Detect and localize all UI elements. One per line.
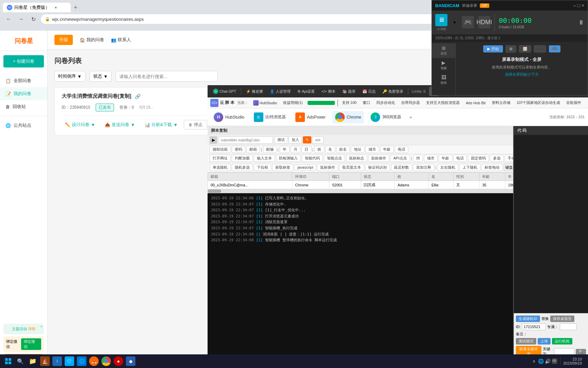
bandicam-arrow[interactable]: ▼ — [452, 20, 458, 25]
single-random-btn[interactable]: 单选随机 — [210, 164, 231, 171]
open-website-btn[interactable]: 打开网址 — [210, 155, 231, 162]
time-filter-select[interactable]: 时间倒序 ▼ — [54, 71, 85, 82]
get-marks-btn[interactable]: 获取标签 — [272, 164, 293, 171]
up-down-btn[interactable]: 上下随机 — [459, 164, 480, 171]
forward-button[interactable]: → — [16, 14, 26, 24]
cursor-op-btn[interactable]: 鼠标操作 — [368, 155, 389, 162]
free-login-btn[interactable]: 🔑 免密登录 — [380, 88, 406, 95]
edit-btn[interactable]: ✎ — [303, 136, 311, 143]
new-tab-button[interactable]: + — [71, 3, 80, 12]
bandicam-maximize-btn[interactable]: □ — [577, 3, 580, 8]
assistant-mail-btn[interactable]: 辅助信箱 — [210, 146, 231, 153]
password-btn[interactable]: 密码 — [232, 146, 245, 153]
refresh-button[interactable]: ↻ — [29, 14, 38, 24]
taskbar-unknown1[interactable]: i — [52, 356, 63, 367]
taskbar-globe-app[interactable]: 🌐 — [76, 356, 87, 367]
taskbar-chrome-app[interactable] — [101, 356, 112, 367]
hub-earnings-btn[interactable]: HubStudio — [250, 99, 280, 106]
smart-code-btn[interactable]: 智能代码 — [302, 155, 323, 162]
phone2-btn[interactable]: 电话 — [453, 155, 467, 162]
promo-close-icon[interactable]: × — [40, 324, 43, 328]
sidebar-item-my-surveys[interactable]: 📝 我的问卷 — [0, 87, 47, 100]
id-input[interactable] — [522, 323, 546, 330]
status-filter-select[interactable]: 状态 ▼ — [89, 71, 112, 82]
chatgpt-btn[interactable]: G Chat GPT — [210, 88, 239, 95]
more-browsers-btn[interactable]: » — [409, 114, 412, 120]
close-key-input[interactable] — [554, 348, 574, 355]
create-survey-button[interactable]: + 创建问卷 — [3, 55, 44, 67]
bandicam-game-mode-btn[interactable]: 🎮 — [549, 45, 560, 52]
bandicam-minimize-btn[interactable]: – — [573, 3, 576, 8]
promo-banner-wechat[interactable]: 绑定微信 绑定微信 — [3, 336, 44, 352]
window-close-btn[interactable]: 窗口 — [360, 99, 373, 106]
promo-detail-link[interactable]: 详情 — [28, 327, 35, 331]
age2-btn[interactable]: 年龄 — [439, 155, 452, 162]
code-snippet-input[interactable] — [218, 136, 273, 144]
google-plugin-btn[interactable]: 谷歌插件 — [564, 99, 584, 106]
support5-btn[interactable]: 支持五大指纹浏览器 — [423, 99, 462, 106]
taskbar-file-explorer-btn[interactable]: 📁 — [27, 356, 38, 367]
analyze-survey-btn[interactable]: 📊 分析&下载 ▼ — [141, 120, 181, 129]
back-button[interactable]: ← — [4, 14, 14, 24]
taskbar-clock[interactable]: 23:10 2023/09/19 — [563, 357, 582, 365]
sync-auto-btn[interactable]: 同步自动化 — [374, 99, 398, 106]
province-btn[interactable]: 州 — [413, 155, 423, 162]
bandicam-screen-btn[interactable]: 🖥 스크린 — [435, 14, 447, 31]
taskbar-firefox-app[interactable]: 🦊 — [88, 356, 99, 367]
adspow-logo-item[interactable]: A AdsPower — [293, 111, 328, 123]
bandicam-close-btn[interactable]: × — [582, 3, 584, 8]
javascript-btn[interactable]: javascript — [294, 164, 316, 170]
nav-my-surveys[interactable]: 🏠 我的问卷 — [80, 37, 104, 43]
promo-banner-activity[interactable]: × 主题活动 详情 — [3, 324, 44, 334]
sidebar-item-public[interactable]: 🌐 公共站点 — [0, 119, 47, 132]
bandicam-start-btn[interactable]: ▶ 开始 — [483, 45, 503, 52]
taskbar-unknown2[interactable]: ◆ — [125, 356, 136, 367]
scripts-btn[interactable]: </> 脚本 — [319, 88, 338, 95]
ads-hub-btn[interactable]: Ads Hub Bit — [463, 100, 488, 106]
taskbar-record-app[interactable]: ● — [113, 356, 124, 367]
stop-survey-btn[interactable]: ⏸ 停止 — [184, 120, 207, 129]
cloud-store-btn[interactable]: 资料云存储 — [489, 99, 513, 106]
first-name-btn[interactable]: 名 — [325, 146, 335, 153]
bandicam-pause-btn[interactable]: ⏸ — [578, 19, 584, 26]
input-method-icon[interactable]: 中 — [552, 358, 557, 364]
get-text-btn[interactable]: 取页面文本 — [339, 164, 364, 171]
run-btn[interactable]: ▶ — [210, 136, 217, 144]
add-note-btn[interactable]: 添加注释 — [413, 164, 434, 171]
bandicam-fullscreen-btn[interactable]: ⊞ — [506, 45, 516, 52]
diary-btn[interactable]: 📅 日志 — [360, 88, 378, 95]
taskbar-start-btn[interactable] — [3, 356, 14, 367]
full-name-btn[interactable]: 姓名 — [336, 146, 350, 153]
bandicam-game-btn[interactable]: 🎮 — [462, 16, 474, 29]
input-text-btn[interactable]: 输入文本 — [254, 155, 275, 162]
day-btn[interactable]: 日 — [301, 146, 311, 153]
test-btn[interactable]: 测试 — [274, 136, 288, 143]
api-settings-btn[interactable]: ⚙ Api设置 — [295, 88, 317, 95]
fixed-pwd-btn[interactable]: 固定密码 — [468, 155, 489, 162]
bandicam-fullscreen2-btn[interactable]: ⬛ — [534, 45, 546, 52]
judge-add-btn[interactable]: 判断加载 — [232, 155, 253, 162]
tab-close-btn[interactable]: × — [53, 5, 59, 10]
search-input[interactable] — [116, 71, 218, 82]
bandicam-window-mode-btn[interactable]: 🪟 — [519, 45, 531, 52]
cursor-op2-btn[interactable]: 鼠标操作 — [317, 164, 338, 171]
cursor-mark-btn[interactable]: 鼠标标志 — [346, 155, 367, 162]
question-bank-btn[interactable]: 📚 题库 — [340, 88, 358, 95]
nav-contacts[interactable]: 👥 联系人 — [111, 37, 131, 43]
upgrade-button[interactable]: 升级 — [54, 35, 73, 45]
verify-code-btn[interactable]: 验证码识别 — [365, 164, 390, 171]
year-btn[interactable]: 年 — [280, 146, 290, 153]
search-btn[interactable]: 🔍 — [576, 349, 586, 355]
month-btn[interactable]: 月 — [291, 146, 300, 153]
rubber-btn[interactable]: ⚡ 橡皮擦 — [243, 88, 266, 95]
bandicam-hdmi-btn[interactable]: HDMI — [478, 16, 490, 29]
phone-btn[interactable]: 电话 — [395, 146, 408, 153]
send-survey-btn[interactable]: 📤 发送问卷 ▼ — [101, 120, 138, 129]
h-scroll-thumb[interactable] — [208, 189, 221, 193]
add-btn[interactable]: 加入 — [289, 136, 302, 143]
postal-btn[interactable]: 邮编 — [263, 146, 277, 153]
age-btn[interactable]: 年龄 — [380, 146, 394, 153]
multiple-btn[interactable]: 多选 — [490, 155, 504, 162]
save-desktop-btn[interactable]: 保存桌面至 — [550, 316, 574, 322]
attr-input[interactable] — [560, 323, 577, 330]
